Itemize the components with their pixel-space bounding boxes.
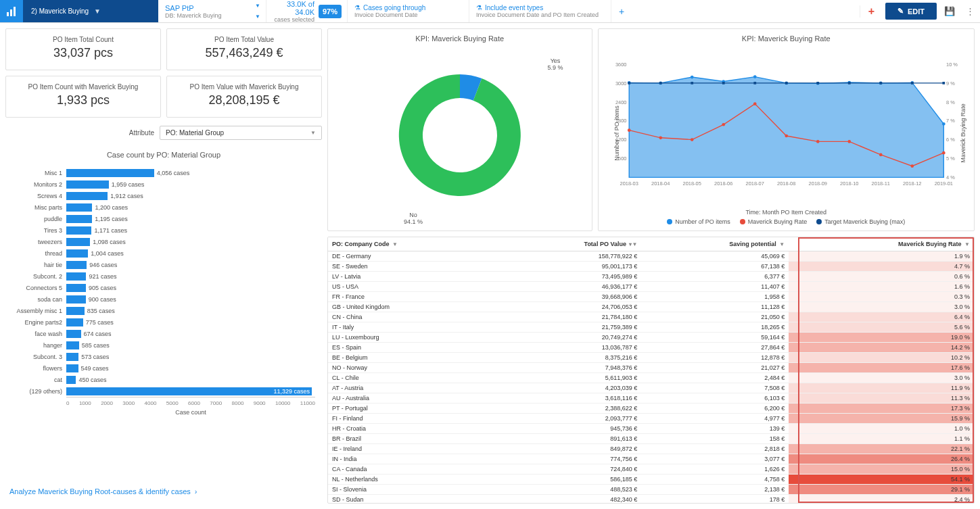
table-row[interactable]: GB - United Kingdom 24,706,053 € 11,128 … <box>328 302 974 312</box>
app-logo[interactable] <box>0 0 23 22</box>
svg-point-54 <box>785 135 788 138</box>
table-row[interactable]: CA - Canada 724,840 € 1,626 € 15.0 % <box>328 464 974 475</box>
filter-icon: ⚗ <box>354 4 360 11</box>
topbar: 2) Maverick Buying ▼ SAP PtP DB: Maveric… <box>0 0 980 23</box>
hbar-row[interactable]: flowers 549 cases <box>66 362 315 374</box>
hbar-row[interactable]: cat 450 cases <box>66 374 315 385</box>
hbar-row[interactable]: (129 others) 11,329 cases <box>66 385 315 397</box>
attribute-select[interactable]: PO: Material Group ▼ <box>160 126 322 140</box>
datasource-sub: DB: Maverick Buying <box>165 12 259 19</box>
svg-text:2018-03: 2018-03 <box>620 180 638 187</box>
hbar-row[interactable]: soda can 900 cases <box>66 293 315 305</box>
table-row[interactable]: IN - India 774,756 € 3,077 € 26.4 % <box>328 454 974 464</box>
table-row[interactable]: FI - Finland 2,093,777 € 4,977 € 15.9 % <box>328 414 974 424</box>
svg-text:2018-08: 2018-08 <box>777 180 795 187</box>
col-value[interactable]: Total PO Value ▾▼ <box>499 237 642 251</box>
table-row[interactable]: ES - Spain 13,036,787 € 27,864 € 14.2 % <box>328 343 974 353</box>
svg-point-59 <box>941 151 945 155</box>
add-filter-button[interactable]: + <box>611 0 632 22</box>
svg-text:2400: 2400 <box>615 99 626 105</box>
cases-indicator[interactable]: 33.0K of 34.0K cases selected 97% <box>266 0 348 22</box>
table-row[interactable]: BR - Brazil 891,613 € 158 € 1.1 % <box>328 434 974 444</box>
table-row[interactable]: CL - Chile 5,611,903 € 2,484 € 3.0 % <box>328 373 974 383</box>
hbar-chart[interactable]: PO: Material Group Misc 1 4,056 cases Mo… <box>5 167 322 474</box>
datasource-title: SAP PtP <box>165 4 259 12</box>
hbar-row[interactable]: Screws 4 1,912 cases <box>66 190 315 201</box>
col-company[interactable]: PO: Company Code ▼ <box>328 237 499 251</box>
table-row[interactable]: NO - Norway 7,948,376 € 21,027 € 17.6 % <box>328 363 974 373</box>
data-table[interactable]: PO: Company Code ▼ Total PO Value ▾▼ Sav… <box>327 237 975 504</box>
line-chart-card[interactable]: KPI: Maverick Buying Rate Number of PO i… <box>598 28 975 231</box>
hbar-row[interactable]: face wash 674 cases <box>66 328 315 339</box>
col-saving[interactable]: Saving potential ▼ <box>641 237 789 251</box>
hbar-row[interactable]: Engine parts2 775 cases <box>66 316 315 328</box>
svg-text:2018-11: 2018-11 <box>871 180 889 187</box>
svg-rect-41 <box>722 82 724 84</box>
table-row[interactable]: AT - Austria 4,203,039 € 7,508 € 11.9 % <box>328 383 974 393</box>
table-row[interactable]: FR - France 39,668,906 € 1,958 € 0.3 % <box>328 292 974 302</box>
table-row[interactable]: PT - Portugal 2,388,622 € 6,200 € 17.3 % <box>328 404 974 414</box>
kpi-maverick-value[interactable]: PO Item Value with Maverick Buying 28,20… <box>166 76 322 118</box>
hbar-row[interactable]: Monitors 2 1,959 cases <box>66 178 315 190</box>
table-row[interactable]: IT - Italy 21,759,389 € 18,265 € 5.6 % <box>328 322 974 333</box>
svg-point-37 <box>941 122 945 126</box>
hbar-row[interactable]: thread 1,004 cases <box>66 247 315 259</box>
hbar-row[interactable]: Connectors 5 905 cases <box>66 282 315 293</box>
edit-button[interactable]: ✎ EDIT <box>885 3 937 20</box>
table-row[interactable]: BE - Belgium 8,375,216 € 12,878 € 10.2 % <box>328 353 974 363</box>
svg-text:2018-06: 2018-06 <box>714 180 732 187</box>
hbar-row[interactable]: hair tie 946 cases <box>66 259 315 270</box>
table-row[interactable]: CN - China 21,784,180 € 21,050 € 6.4 % <box>328 312 974 322</box>
svg-text:10 %: 10 % <box>946 62 958 68</box>
filter-2[interactable]: ⚗Include event types Invoice Document Da… <box>469 0 611 22</box>
datasource-selector[interactable]: SAP PtP DB: Maverick Buying ▼ ▼ <box>158 0 266 22</box>
svg-point-58 <box>910 164 914 168</box>
svg-point-57 <box>879 153 882 157</box>
table-row[interactable]: SD - Sudan 482,340 € 178 € 2.4 % <box>328 495 974 504</box>
svg-text:2019-01: 2019-01 <box>934 180 952 187</box>
col-rate[interactable]: Maverick Buying Rate ▼ <box>789 237 974 251</box>
svg-text:2018-07: 2018-07 <box>745 180 764 187</box>
filter-icon: ⚗ <box>476 4 482 11</box>
active-tab[interactable]: 2) Maverick Buying ▼ <box>23 0 158 22</box>
table-row[interactable]: NL - Netherlands 586,185 € 4,758 € 54.1 … <box>328 475 974 485</box>
line-chart: 600120018002400300036004 %5 %6 %7 %8 %9 … <box>604 45 969 209</box>
hbar-row[interactable]: Subcont. 3 573 cases <box>66 351 315 362</box>
table-row[interactable]: AU - Australia 3,618,116 € 6,103 € 11.3 … <box>328 393 974 404</box>
svg-point-29 <box>690 76 693 79</box>
table-row[interactable]: HR - Croatia 945,736 € 139 € 1.0 % <box>328 424 974 434</box>
table-row[interactable]: LU - Luxembourg 20,749,274 € 59,164 € 19… <box>328 333 974 343</box>
table-row[interactable]: SE - Sweden 95,001,173 € 67,138 € 4.7 % <box>328 262 974 272</box>
kpi-total-count[interactable]: PO Item Total Count 33,037 pcs <box>5 28 161 70</box>
analyze-link[interactable]: Analyze Maverick Buying Root-causes & id… <box>5 479 322 504</box>
hbar-row[interactable]: Subcont. 2 921 cases <box>66 270 315 282</box>
donut-chart <box>386 61 534 210</box>
svg-point-53 <box>753 102 756 105</box>
filter-1[interactable]: ⚗Cases going through Invoice Document Da… <box>348 0 469 22</box>
hbar-row[interactable]: tweezers 1,098 cases <box>66 236 315 247</box>
table-row[interactable]: IE - Ireland 849,872 € 2,818 € 22.1 % <box>328 444 974 454</box>
table-row[interactable]: DE - Germany 158,778,922 € 45,069 € 1.9 … <box>328 251 974 262</box>
svg-rect-44 <box>816 82 819 84</box>
more-menu-button[interactable]: ⋮ <box>960 0 980 23</box>
svg-point-55 <box>816 140 819 143</box>
hbar-row[interactable]: Misc parts 1,200 cases <box>66 201 315 213</box>
chevron-down-icon: ▼ <box>255 14 260 20</box>
table-row[interactable]: LV - Latvia 73,495,989 € 6,377 € 0.6 % <box>328 272 974 282</box>
donut-chart-card[interactable]: KPI: Maverick Buying Rate Yes5.9 % No94.… <box>327 28 592 231</box>
hbar-row[interactable]: puddle 1,195 cases <box>66 213 315 224</box>
hbar-row[interactable]: Assembly misc 1 835 cases <box>66 305 315 316</box>
table-row[interactable]: SI - Slovenia 488,523 € 2,138 € 29.1 % <box>328 485 974 495</box>
hbar-row[interactable]: Tires 3 1,171 cases <box>66 224 315 236</box>
svg-point-56 <box>847 140 851 143</box>
kpi-total-value[interactable]: PO Item Total Value 557,463,249 € <box>166 28 322 70</box>
save-button[interactable]: 💾 <box>939 0 960 23</box>
table-row[interactable]: US - USA 46,936,177 € 11,407 € 1.6 % <box>328 282 974 292</box>
svg-text:2018-12: 2018-12 <box>903 180 921 187</box>
hbar-row[interactable]: Misc 1 4,056 cases <box>66 167 315 178</box>
hbar-row[interactable]: hanger 585 cases <box>66 339 315 351</box>
add-button[interactable]: + <box>860 5 883 18</box>
svg-rect-2 <box>14 7 16 16</box>
kpi-maverick-count[interactable]: PO Item Count with Maverick Buying 1,933… <box>5 76 161 118</box>
attribute-label: Attribute <box>129 129 154 137</box>
